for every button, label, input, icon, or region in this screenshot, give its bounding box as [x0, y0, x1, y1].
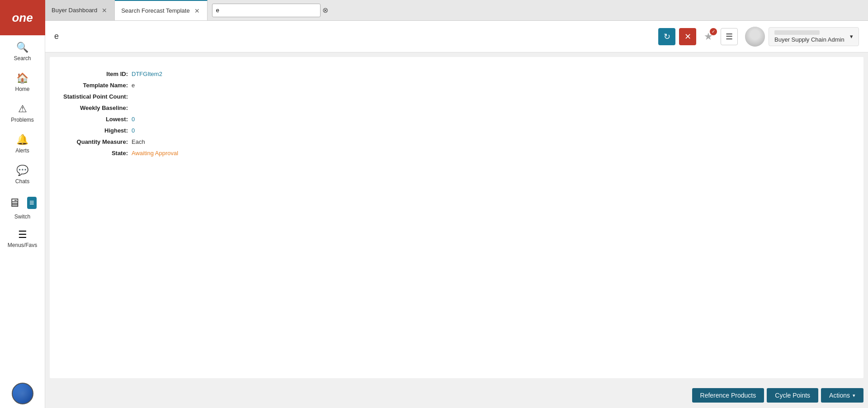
- sidebar-item-label-search: Search: [14, 55, 31, 62]
- close-button[interactable]: ✕: [679, 28, 696, 45]
- user-dropdown[interactable]: Buyer Supply Chain Admin ▾: [769, 27, 859, 46]
- sidebar-item-search[interactable]: 🔍 Search: [0, 35, 45, 66]
- refresh-button[interactable]: ↻: [658, 28, 675, 45]
- sidebar-item-label-menus: Menus/Favs: [8, 242, 37, 248]
- sidebar-item-label-problems: Problems: [11, 117, 34, 123]
- content-card: Item ID: DTFGItem2 Template Name: e Stat…: [50, 57, 863, 378]
- item-id-label: Item ID:: [63, 71, 131, 77]
- sidebar-item-home[interactable]: 🏠 Home: [0, 66, 45, 97]
- user-name-top-bar: [774, 30, 820, 35]
- search-input[interactable]: [212, 4, 321, 17]
- qty-measure-label: Quantity Measure:: [63, 138, 131, 145]
- highest-value[interactable]: 0: [131, 127, 850, 134]
- content-area: Item ID: DTFGItem2 Template Name: e Stat…: [45, 52, 868, 383]
- state-value: Awaiting Approval: [131, 150, 850, 157]
- tab-label-buyer-dashboard: Buyer Dashboard: [52, 7, 97, 14]
- bell-icon: 🔔: [16, 134, 28, 146]
- qty-measure-value: Each: [131, 138, 850, 145]
- sidebar-item-label-switch: Switch: [14, 213, 30, 220]
- user-name-area: Buyer Supply Chain Admin: [774, 30, 844, 43]
- highest-label: Highest:: [63, 127, 131, 134]
- user-name: Buyer Supply Chain Admin: [774, 36, 844, 43]
- app-logo[interactable]: one: [0, 0, 45, 35]
- sidebar-item-label-home: Home: [15, 86, 29, 92]
- chat-icon: 💬: [16, 165, 28, 176]
- actions-button[interactable]: Actions ▾: [821, 388, 863, 403]
- sidebar-item-problems[interactable]: ⚠ Problems: [0, 97, 45, 128]
- dropdown-chevron-icon: ▾: [850, 33, 853, 40]
- template-name-label: Template Name:: [63, 82, 131, 89]
- search-clear-icon[interactable]: ⊗: [322, 6, 328, 14]
- search-icon: 🔍: [16, 42, 28, 53]
- globe-avatar[interactable]: [12, 383, 33, 404]
- lowest-label: Lowest:: [63, 116, 131, 123]
- avatar-image: [745, 27, 765, 47]
- page-title: e: [54, 32, 658, 41]
- weekly-baseline-value: [131, 104, 850, 111]
- logo-text: one: [12, 11, 33, 25]
- sidebar-item-label-alerts: Alerts: [15, 147, 29, 154]
- warning-icon: ⚠: [18, 103, 27, 115]
- template-name-value: e: [131, 82, 850, 89]
- detail-grid: Item ID: DTFGItem2 Template Name: e Stat…: [63, 71, 850, 157]
- globe-inner: [13, 384, 33, 403]
- user-avatar: [745, 27, 765, 47]
- sidebar-item-chats[interactable]: 💬 Chats: [0, 158, 45, 189]
- switch-icons: 🖥 ≡: [7, 194, 38, 212]
- favorites-badge: ✓: [710, 28, 717, 35]
- stat-point-label: Statistical Point Count:: [63, 93, 131, 100]
- tab-label-search-forecast: Search Forecast Template: [121, 7, 190, 14]
- actions-dropdown-arrow-icon: ▾: [853, 393, 855, 399]
- tab-close-buyer-dashboard[interactable]: ✕: [101, 7, 108, 14]
- sidebar-item-menus[interactable]: ☰ Menus/Favs: [0, 224, 45, 252]
- lowest-value[interactable]: 0: [131, 116, 850, 123]
- weekly-baseline-label: Weekly Baseline:: [63, 104, 131, 111]
- menu-button[interactable]: ☰: [721, 28, 738, 45]
- menu-icon: ☰: [18, 229, 27, 241]
- tab-close-search-forecast[interactable]: ✕: [193, 7, 201, 14]
- actions-label: Actions: [829, 392, 850, 399]
- tab-search-area: ⊗: [208, 0, 868, 20]
- favorites-button[interactable]: ★ ✓: [700, 28, 717, 45]
- tab-bar: Buyer Dashboard ✕ Search Forecast Templa…: [45, 0, 868, 21]
- item-id-value[interactable]: DTFGItem2: [131, 71, 850, 77]
- sidebar-item-alerts[interactable]: 🔔 Alerts: [0, 128, 45, 158]
- switch-front-icon: ≡: [27, 197, 37, 209]
- switch-back-icon: 🖥: [9, 196, 20, 210]
- main-area: Buyer Dashboard ✕ Search Forecast Templa…: [45, 0, 868, 408]
- tab-search-forecast[interactable]: Search Forecast Template ✕: [115, 0, 208, 20]
- stat-point-value: [131, 93, 850, 100]
- footer-actions: Reference Products Cycle Points Actions …: [45, 383, 868, 408]
- state-label: State:: [63, 150, 131, 157]
- sidebar-item-switch[interactable]: 🖥 ≡ Switch: [0, 189, 45, 224]
- tab-buyer-dashboard[interactable]: Buyer Dashboard ✕: [45, 0, 115, 20]
- page-header: e ↻ ✕ ★ ✓ ☰ Buyer Supply Chain Admin ▾: [45, 21, 868, 52]
- sidebar: one 🔍 Search 🏠 Home ⚠ Problems 🔔 Alerts …: [0, 0, 45, 408]
- cycle-points-button[interactable]: Cycle Points: [767, 388, 818, 403]
- header-actions: ↻ ✕ ★ ✓ ☰ Buyer Supply Chain Admin ▾: [658, 27, 859, 47]
- reference-products-button[interactable]: Reference Products: [692, 388, 764, 403]
- home-icon: 🏠: [16, 72, 28, 84]
- sidebar-item-label-chats: Chats: [15, 178, 29, 185]
